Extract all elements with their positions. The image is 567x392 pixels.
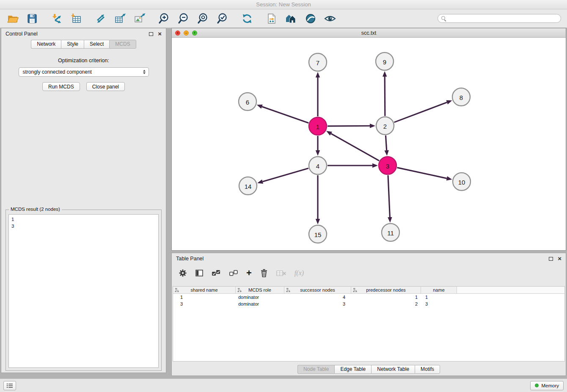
minimize-window-icon[interactable]: − xyxy=(184,30,189,36)
graph-node-3[interactable]: 3 xyxy=(379,157,396,174)
zoom-selected-icon xyxy=(216,12,229,25)
run-mcds-button[interactable]: Run MCDS xyxy=(42,82,80,91)
graph-node-7[interactable]: 7 xyxy=(309,53,327,71)
dropdown-stepper-icon xyxy=(143,70,146,74)
delete-column-button[interactable] xyxy=(260,268,268,279)
tab-mcds[interactable]: MCDS xyxy=(109,40,136,49)
search-input[interactable] xyxy=(449,14,557,22)
graph-edge-2-3[interactable] xyxy=(385,135,389,156)
cell-predecessor-nodes[interactable]: 2 xyxy=(351,301,421,306)
show-hide-button[interactable] xyxy=(323,12,337,25)
cell-successor-nodes[interactable]: 4 xyxy=(284,295,351,300)
cell-shared-name[interactable]: 3 xyxy=(173,301,236,306)
tab-select[interactable]: Select xyxy=(84,40,109,49)
table-row[interactable]: 3 dominator 3 2 3 xyxy=(173,301,564,307)
add-column-button[interactable]: + xyxy=(246,268,252,279)
column-header-shared-name[interactable]: shared name xyxy=(173,287,236,293)
select-all-button[interactable] xyxy=(212,268,221,279)
graph-node-8[interactable]: 8 xyxy=(452,88,470,106)
close-panel-button[interactable]: Close panel xyxy=(86,82,125,91)
task-history-button[interactable] xyxy=(3,381,16,390)
tab-motifs[interactable]: Motifs xyxy=(415,365,440,374)
graph-edge-1-7[interactable] xyxy=(316,72,320,116)
open-session-button[interactable] xyxy=(6,12,19,25)
graph-node-10[interactable]: 10 xyxy=(453,173,471,190)
tab-network-table[interactable]: Network Table xyxy=(371,365,415,374)
graph-edge-3-1[interactable] xyxy=(326,131,379,160)
column-header-successor-nodes[interactable]: successor nodes xyxy=(284,287,351,293)
zoom-in-button[interactable] xyxy=(157,12,171,25)
table-settings-button[interactable] xyxy=(179,268,187,279)
column-type-icon xyxy=(353,288,357,293)
search-box[interactable] xyxy=(438,14,561,23)
zoom-out-button[interactable] xyxy=(177,12,190,25)
cell-name[interactable]: 3 xyxy=(421,301,457,306)
graph-edge-1-2[interactable] xyxy=(328,124,375,128)
tab-style[interactable]: Style xyxy=(61,40,84,49)
export-image-button[interactable] xyxy=(133,12,146,25)
graph-node-14[interactable]: 14 xyxy=(239,177,257,195)
network-canvas[interactable]: 7968124314101511 xyxy=(172,38,566,250)
graph-node-15[interactable]: 15 xyxy=(309,225,327,243)
graph-edge-2-9[interactable] xyxy=(383,71,387,116)
show-columns-button[interactable] xyxy=(195,268,204,279)
graph-edge-1-4[interactable] xyxy=(316,136,320,156)
first-neighbors-button[interactable] xyxy=(265,12,278,25)
column-header-name[interactable]: name xyxy=(421,287,457,293)
save-session-button[interactable] xyxy=(25,12,39,25)
maximize-window-icon[interactable]: + xyxy=(192,30,197,36)
zoom-fit-button[interactable] xyxy=(196,12,210,25)
tab-node-table[interactable]: Node Table xyxy=(297,365,335,374)
graph-edge-3-10[interactable] xyxy=(397,168,452,181)
graph-node-1[interactable]: 1 xyxy=(309,117,327,135)
graph-node-2[interactable]: 2 xyxy=(376,117,394,135)
deselect-all-button[interactable] xyxy=(229,268,238,279)
zoom-selected-button[interactable] xyxy=(216,12,229,25)
graph-edge-4-3[interactable] xyxy=(328,163,378,168)
node-table: shared name MCDS role successor nodes pr… xyxy=(173,286,565,362)
close-window-icon[interactable]: × xyxy=(175,30,180,36)
cell-successor-nodes[interactable]: 3 xyxy=(284,301,351,306)
network-window-titlebar[interactable]: × − + scc.txt xyxy=(172,28,566,38)
graph-edge-4-15[interactable] xyxy=(316,175,320,224)
tab-network[interactable]: Network xyxy=(31,40,61,49)
search-icon xyxy=(441,16,446,21)
cell-predecessor-nodes[interactable]: 1 xyxy=(351,295,421,300)
svg-text:14: 14 xyxy=(245,183,252,190)
float-panel-icon[interactable] xyxy=(149,32,153,36)
result-line: 1 xyxy=(11,216,156,223)
memory-button[interactable]: Memory xyxy=(530,381,564,390)
mcds-result-area[interactable]: 1 3 xyxy=(8,214,159,368)
cell-mcds-role[interactable]: dominator xyxy=(236,301,284,306)
delete-table-button[interactable] xyxy=(276,268,286,279)
graph-node-6[interactable]: 6 xyxy=(239,93,256,110)
graph-node-11[interactable]: 11 xyxy=(382,224,399,241)
cell-name[interactable]: 1 xyxy=(421,295,457,300)
import-network-button[interactable] xyxy=(50,12,63,25)
cell-mcds-role[interactable]: dominator xyxy=(236,295,284,300)
home-button[interactable] xyxy=(284,12,298,25)
apply-style-button[interactable] xyxy=(304,12,317,25)
graph-edge-3-11[interactable] xyxy=(388,175,392,223)
new-network-button[interactable] xyxy=(94,12,107,25)
graph-edge-4-14[interactable] xyxy=(257,168,308,184)
graph-edge-1-6[interactable] xyxy=(257,105,309,123)
apply-layout-button[interactable] xyxy=(240,12,254,25)
column-header-predecessor-nodes[interactable]: predecessor nodes xyxy=(351,287,421,293)
import-table-button[interactable] xyxy=(69,12,83,25)
table-row[interactable]: 1 dominator 4 1 1 xyxy=(173,294,564,301)
graph-edge-2-8[interactable] xyxy=(394,100,452,122)
cell-shared-name[interactable]: 1 xyxy=(173,295,236,300)
column-header-mcds-role[interactable]: MCDS role xyxy=(236,287,284,293)
close-panel-icon[interactable]: × xyxy=(158,32,162,36)
graph-node-4[interactable]: 4 xyxy=(309,157,327,174)
close-table-panel-icon[interactable]: × xyxy=(558,257,561,261)
memory-label: Memory xyxy=(541,383,559,388)
export-table-button[interactable] xyxy=(113,12,127,25)
tab-edge-table[interactable]: Edge Table xyxy=(334,365,371,374)
float-table-panel-icon[interactable] xyxy=(549,257,553,261)
network-graph[interactable]: 7968124314101511 xyxy=(172,38,566,250)
criterion-dropdown[interactable]: strongly connected component xyxy=(19,67,149,77)
graph-node-9[interactable]: 9 xyxy=(376,52,394,70)
function-builder-button[interactable]: f(x) xyxy=(295,268,304,279)
